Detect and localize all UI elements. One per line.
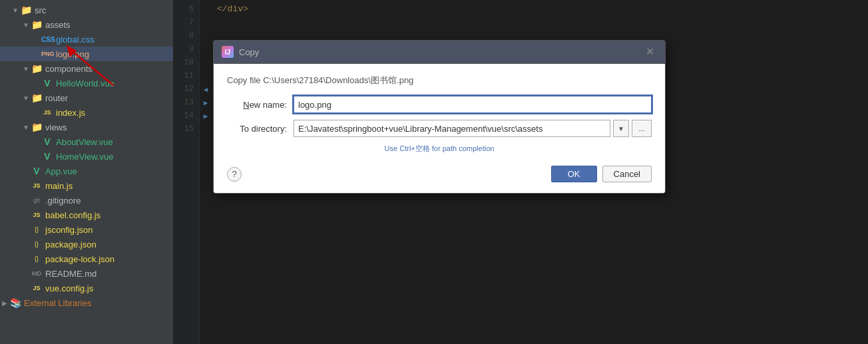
dialog-close-button[interactable]: ✕: [643, 47, 657, 57]
png-icon-logo: PNG: [41, 51, 53, 57]
tree-item-main-js[interactable]: JS main.js: [0, 178, 173, 193]
tree-label-jsconfig: jsconfig.json: [45, 225, 173, 235]
editor-area: 6 7 8 9 10 11 12 13 14 15 ◀ ▶ ▶ </div>: [173, 0, 868, 344]
expand-arrow-src: ▼: [11, 7, 20, 14]
expand-arrow-components: ▼: [21, 65, 31, 73]
dialog-footer: ? OK Cancel: [227, 162, 652, 182]
tree-label-about-view: AboutView.vue: [56, 137, 173, 147]
dialog-action-buttons: OK Cancel: [551, 166, 652, 182]
expand-arrow-ext: ▶: [0, 299, 9, 307]
ext-icon: 📚: [9, 297, 21, 308]
js-icon-main: JS: [31, 182, 43, 189]
new-name-label: New name:: [227, 100, 287, 110]
tree-label-global-css: global.css: [56, 35, 173, 45]
tree-item-components[interactable]: ▼ 📁 components: [0, 61, 173, 76]
tree-label-ext-libs: External Libraries: [24, 298, 173, 308]
help-button[interactable]: ?: [227, 167, 242, 182]
folder-icon-assets: 📁: [31, 19, 43, 30]
tree-label-vue-config: vue.config.js: [45, 283, 173, 293]
vue-icon-home: V: [41, 151, 53, 162]
tree-label-src: src: [35, 5, 173, 15]
git-icon-gitignore: git: [31, 197, 43, 204]
expand-arrow-assets: ▼: [21, 21, 31, 29]
tree-label-views: views: [45, 122, 173, 132]
path-completion-hint: Use Ctrl+空格 for path completion: [227, 144, 652, 154]
new-name-input[interactable]: [294, 96, 652, 113]
modal-overlay: IJ Copy ✕ Copy file C:\Users\27184\Downl…: [173, 0, 868, 344]
js-icon-index: JS: [41, 109, 53, 116]
tree-item-hello-world[interactable]: V HelloWorld.vue: [0, 76, 173, 90]
tree-label-hello-world: HelloWorld.vue: [56, 79, 173, 88]
tree-label-babel: babel.config.js: [45, 210, 173, 220]
tree-item-app-vue[interactable]: V App.vue: [0, 164, 173, 178]
md-icon-readme: MD: [31, 270, 43, 277]
tree-item-jsconfig[interactable]: {} jsconfig.json: [0, 222, 173, 237]
tree-label-logo-png: logo.png: [56, 49, 173, 59]
directory-dropdown-button[interactable]: ▼: [613, 120, 629, 137]
new-name-row: New name:: [227, 96, 652, 113]
directory-input[interactable]: [294, 120, 610, 137]
tree-label-components: components: [45, 64, 173, 74]
json-icon-package-lock: {}: [31, 256, 43, 262]
tree-item-src[interactable]: ▼ 📁 src: [0, 3, 173, 17]
copy-dialog: IJ Copy ✕ Copy file C:\Users\27184\Downl…: [213, 40, 666, 194]
tree-item-views[interactable]: ▼ 📁 views: [0, 120, 173, 134]
sidebar: ▼ 📁 src ▼ 📁 assets CSS global.css P: [0, 0, 173, 344]
dialog-subtitle: Copy file C:\Users\27184\Downloads\图书馆.p…: [227, 75, 652, 86]
tree-label-package: package.json: [45, 240, 173, 250]
vue-icon-app: V: [31, 166, 43, 176]
tree-item-package-lock[interactable]: {} package-lock.json: [0, 252, 173, 266]
tree-label-package-lock: package-lock.json: [45, 254, 173, 264]
expand-arrow-router: ▼: [21, 94, 31, 102]
dialog-title-bar: IJ Copy ✕: [214, 41, 665, 64]
dialog-title-left: IJ Copy: [222, 46, 259, 58]
to-directory-label: To directory:: [227, 124, 287, 134]
folder-icon-views: 📁: [31, 122, 43, 132]
directory-input-group: ▼ ...: [294, 120, 652, 137]
tree-item-home-view[interactable]: V HomeView.vue: [0, 149, 173, 164]
directory-browse-button[interactable]: ...: [632, 120, 652, 137]
expand-arrow-views: ▼: [21, 124, 31, 131]
js-icon-vue-config: JS: [31, 285, 43, 291]
file-tree: ▼ 📁 src ▼ 📁 assets CSS global.css P: [0, 0, 173, 344]
tree-label-router: router: [45, 93, 173, 103]
json-icon-jsconfig: {}: [31, 226, 43, 233]
tree-label-readme: README.md: [45, 269, 173, 279]
tree-label-assets: assets: [45, 20, 173, 30]
tree-item-about-view[interactable]: V AboutView.vue: [0, 134, 173, 149]
folder-icon-router: 📁: [31, 92, 43, 103]
dialog-title-text: Copy: [239, 47, 259, 57]
folder-icon-components: 📁: [31, 63, 43, 74]
tree-label-home-view: HomeView.vue: [56, 152, 173, 162]
vue-icon-about: V: [41, 136, 53, 147]
tree-item-gitignore[interactable]: git .gitignore: [0, 193, 173, 208]
tree-item-index-js[interactable]: JS index.js: [0, 105, 173, 120]
tree-item-router[interactable]: ▼ 📁 router: [0, 90, 173, 105]
tree-label-main-js: main.js: [45, 181, 173, 191]
tree-item-vue-config[interactable]: JS vue.config.js: [0, 281, 173, 295]
dialog-app-icon: IJ: [222, 46, 234, 58]
js-icon-babel: JS: [31, 212, 43, 218]
vue-icon-helloworld: V: [41, 78, 53, 88]
tree-item-readme[interactable]: MD README.md: [0, 266, 173, 281]
dialog-body: Copy file C:\Users\27184\Downloads\图书馆.p…: [214, 64, 665, 193]
tree-item-ext-libs[interactable]: ▶ 📚 External Libraries: [0, 295, 173, 310]
cancel-button[interactable]: Cancel: [602, 166, 652, 182]
tree-item-logo-png[interactable]: PNG logo.png: [0, 47, 173, 61]
tree-item-package[interactable]: {} package.json: [0, 237, 173, 252]
ok-button[interactable]: OK: [551, 166, 597, 182]
css-icon-global: CSS: [41, 36, 53, 43]
tree-item-babel-config[interactable]: JS babel.config.js: [0, 208, 173, 222]
json-icon-package: {}: [31, 241, 43, 248]
tree-label-index-js: index.js: [56, 108, 173, 118]
tree-label-gitignore: .gitignore: [45, 196, 173, 206]
folder-icon-src: 📁: [20, 5, 32, 15]
tree-item-global-css[interactable]: CSS global.css: [0, 32, 173, 47]
to-directory-row: To directory: ▼ ...: [227, 120, 652, 137]
tree-label-app-vue: App.vue: [45, 166, 173, 176]
tree-item-assets[interactable]: ▼ 📁 assets: [0, 17, 173, 32]
